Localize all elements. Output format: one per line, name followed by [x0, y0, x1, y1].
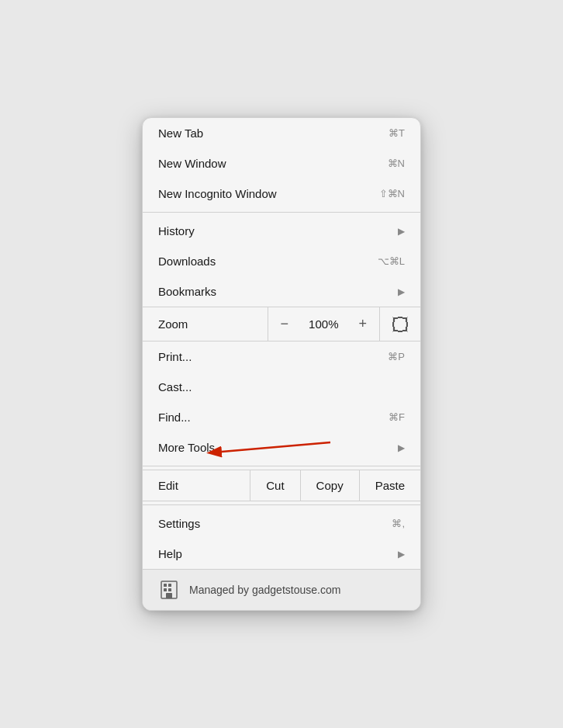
zoom-minus-symbol: −: [281, 316, 289, 332]
new-window-label: New Window: [158, 157, 226, 170]
zoom-value-display: 100%: [301, 309, 346, 339]
zoom-out-button[interactable]: −: [268, 307, 302, 341]
help-arrow: ▶: [398, 549, 405, 560]
edit-actions: Cut Copy Paste: [250, 470, 420, 501]
more-tools-label: More Tools: [158, 441, 215, 454]
edit-label: Edit: [143, 470, 250, 501]
more-tools-arrow: ▶: [398, 442, 405, 453]
new-incognito-item[interactable]: New Incognito Window ⇧⌘N: [143, 179, 420, 209]
managed-icon: [158, 579, 180, 601]
svg-rect-15: [168, 588, 171, 591]
annotation-arrow: [212, 436, 337, 459]
edit-row: Edit Cut Copy Paste: [143, 470, 420, 501]
history-arrow: ▶: [398, 226, 405, 237]
svg-rect-14: [164, 588, 167, 591]
help-label: Help: [158, 547, 182, 560]
fullscreen-icon: [392, 317, 408, 332]
new-window-item[interactable]: New Window ⌘N: [143, 148, 420, 179]
bookmarks-label: Bookmarks: [158, 285, 216, 298]
paste-label: Paste: [375, 479, 405, 492]
new-tab-label: New Tab: [158, 127, 203, 140]
context-menu: New Tab ⌘T New Window ⌘N New Incognito W…: [142, 117, 421, 611]
svg-rect-12: [164, 584, 167, 587]
divider-4: [143, 466, 420, 466]
managed-text: Managed by gadgetstouse.com: [189, 584, 340, 596]
copy-button[interactable]: Copy: [300, 470, 359, 501]
new-incognito-shortcut: ⇧⌘N: [379, 188, 405, 199]
find-shortcut: ⌘F: [389, 411, 405, 423]
divider-5: [143, 504, 420, 505]
zoom-text: Zoom: [158, 317, 188, 331]
new-tab-item[interactable]: New Tab ⌘T: [143, 118, 420, 148]
cast-item[interactable]: Cast...: [143, 372, 420, 402]
print-label: Print...: [158, 350, 192, 363]
paste-button[interactable]: Paste: [359, 470, 420, 501]
print-item[interactable]: Print... ⌘P: [143, 341, 420, 372]
zoom-label: Zoom: [143, 307, 268, 341]
bookmarks-item[interactable]: Bookmarks ▶: [143, 276, 420, 307]
cut-label: Cut: [266, 479, 284, 492]
bookmarks-arrow: ▶: [398, 286, 405, 297]
history-label: History: [158, 224, 195, 237]
zoom-row: Zoom − 100% +: [143, 307, 420, 341]
downloads-item[interactable]: Downloads ⌥⌘L: [143, 246, 420, 276]
downloads-label: Downloads: [158, 255, 216, 268]
settings-label: Settings: [158, 517, 200, 530]
downloads-shortcut: ⌥⌘L: [378, 255, 405, 267]
find-item[interactable]: Find... ⌘F: [143, 402, 420, 432]
new-window-shortcut: ⌘N: [388, 158, 405, 169]
zoom-controls: − 100% +: [268, 307, 379, 341]
svg-rect-0: [393, 317, 407, 331]
new-incognito-label: New Incognito Window: [158, 187, 277, 200]
svg-line-10: [222, 442, 330, 452]
managed-bar: Managed by gadgetstouse.com: [143, 569, 420, 610]
divider-1: [143, 212, 420, 213]
help-item[interactable]: Help ▶: [143, 539, 420, 569]
find-label: Find...: [158, 411, 191, 424]
settings-item[interactable]: Settings ⌘,: [143, 508, 420, 539]
edit-text: Edit: [158, 479, 178, 492]
zoom-in-button[interactable]: +: [346, 307, 379, 341]
print-shortcut: ⌘P: [388, 351, 405, 362]
settings-shortcut: ⌘,: [392, 518, 405, 529]
history-item[interactable]: History ▶: [143, 216, 420, 246]
svg-rect-16: [166, 593, 172, 598]
svg-rect-13: [168, 584, 171, 587]
fullscreen-button[interactable]: [379, 307, 420, 341]
organization-icon: [159, 580, 179, 600]
new-tab-shortcut: ⌘T: [389, 127, 405, 139]
zoom-plus-symbol: +: [358, 316, 367, 332]
copy-label: Copy: [316, 479, 344, 492]
cut-button[interactable]: Cut: [250, 470, 299, 501]
cast-label: Cast...: [158, 380, 192, 393]
more-tools-item[interactable]: More Tools ▶: [143, 432, 420, 463]
